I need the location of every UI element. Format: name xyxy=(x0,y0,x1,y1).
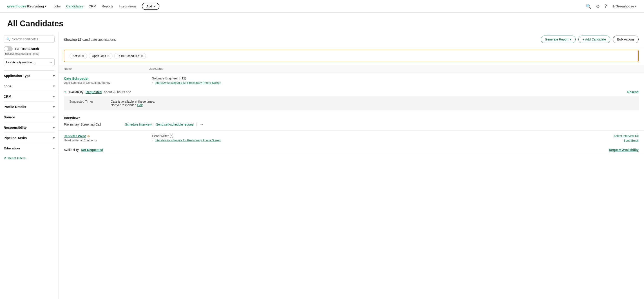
filter-label: Pipeline Tasks xyxy=(4,136,27,140)
send-self-schedule-link[interactable]: Send self-schedule request xyxy=(156,123,194,126)
chevron-down-icon: ▾ xyxy=(53,136,55,140)
filter-tag-label: Active xyxy=(73,54,80,58)
filter-profile-details: Profile Details ▾ xyxy=(4,102,55,112)
sort-select[interactable]: Last Activity (new to ... xyxy=(4,59,55,66)
candidate-name-col: Jennifer West ⊙ Head Writer at Contracto… xyxy=(64,134,149,142)
filter-tag-to-be-scheduled[interactable]: To Be Scheduled ✕ xyxy=(114,53,146,59)
search-button[interactable]: 🔍 xyxy=(586,4,592,9)
nav-integrations[interactable]: Integrations xyxy=(119,4,136,8)
content-area: Showing 17 candidate applications Genera… xyxy=(58,32,644,299)
nav-right: 🔍 ⚙ ? Hi Greenhouse ▾ xyxy=(586,4,637,9)
search-input[interactable] xyxy=(12,37,52,41)
top-nav: greenhouse Recruiting ▾ Jobs Candidates … xyxy=(0,0,644,13)
filter-application-type-header[interactable]: Application Type ▾ xyxy=(4,74,55,78)
filter-tags-row: Active ✕ Open Jobs ✕ To Be Scheduled ✕ xyxy=(64,50,638,62)
filter-profile-details-header[interactable]: Profile Details ▾ xyxy=(4,105,55,109)
job-status-text[interactable]: Interview to schedule for Preliminary Ph… xyxy=(155,81,221,84)
reset-icon: ↺ xyxy=(4,156,6,160)
generate-report-button[interactable]: Generate Report ▾ xyxy=(541,36,576,43)
expand-icon[interactable]: ▼ xyxy=(64,91,66,93)
remove-filter-open-jobs[interactable]: ✕ xyxy=(107,55,110,58)
edit-link[interactable]: Edit xyxy=(137,103,142,107)
arrow-up-icon: ↑ xyxy=(152,139,153,142)
chevron-down-icon: ▾ xyxy=(53,84,55,88)
availability-row-2: Availability Not Requested Request Avail… xyxy=(58,146,644,154)
filter-tag-label: Open Jobs xyxy=(92,54,106,58)
reset-filters-label: Reset Filters xyxy=(8,156,26,160)
add-candidate-label: + Add Candidate xyxy=(582,38,606,41)
resend-button[interactable]: Resend xyxy=(627,90,638,94)
separator2: | xyxy=(196,123,197,126)
candidate-name-link[interactable]: Jennifer West xyxy=(64,134,86,138)
filter-crm-header[interactable]: CRM ▾ xyxy=(4,95,55,98)
filter-tag-active[interactable]: Active ✕ xyxy=(70,53,87,59)
job-title: Software Engineer I (12) xyxy=(152,77,638,80)
availability-status-link[interactable]: Requested xyxy=(86,90,102,94)
request-availability-link[interactable]: Request Availability xyxy=(609,148,638,152)
schedule-interview-link[interactable]: Schedule Interview xyxy=(125,123,152,126)
interviews-title: Interviews xyxy=(64,116,638,120)
candidate-name-link[interactable]: Cate Schroeder xyxy=(64,77,149,80)
filter-responsibility: Responsibility ▾ xyxy=(4,122,55,133)
chevron-down-icon: ▾ xyxy=(53,147,55,150)
table-header: Name Job/Status xyxy=(58,65,644,73)
more-options-button[interactable]: ··· xyxy=(198,122,204,127)
user-chevron-icon: ▾ xyxy=(635,4,637,8)
availability-not-requested-link[interactable]: Not Requested xyxy=(81,148,103,152)
availability-time: about 20 hours ago xyxy=(104,90,131,94)
nav-candidates[interactable]: Candidates xyxy=(66,4,83,8)
filter-tag-label: To Be Scheduled xyxy=(117,54,139,58)
column-name-header: Name xyxy=(64,67,149,71)
add-chevron-icon: ▾ xyxy=(153,5,155,8)
bulk-actions-button[interactable]: Bulk Actions xyxy=(613,36,638,43)
nav-reports[interactable]: Reports xyxy=(102,4,114,8)
remove-filter-active[interactable]: ✕ xyxy=(82,55,84,58)
sidebar: 🔍 Full Text Search (Includes resumes and… xyxy=(0,32,58,299)
remove-filter-to-be-scheduled[interactable]: ✕ xyxy=(141,55,143,58)
filter-education: Education ▾ xyxy=(4,143,55,153)
main-layout: 🔍 Full Text Search (Includes resumes and… xyxy=(0,32,644,299)
bulk-actions-label: Bulk Actions xyxy=(617,38,634,41)
not-responded: Not yet responded Edit xyxy=(111,103,155,107)
chevron-down-icon: ▾ xyxy=(53,115,55,119)
send-email-link[interactable]: Send Email xyxy=(624,139,638,142)
full-text-label: Full Text Search xyxy=(15,47,39,51)
nav-add-button[interactable]: Add ▾ xyxy=(142,3,160,10)
select-interview-kit-link[interactable]: Select Interview Kit xyxy=(614,134,638,138)
filter-education-header[interactable]: Education ▾ xyxy=(4,146,55,150)
suggested-label: Suggested Times: xyxy=(69,100,105,103)
user-menu[interactable]: Hi Greenhouse ▾ xyxy=(612,4,637,8)
logo-chevron[interactable]: ▾ xyxy=(45,5,46,8)
arrow-up-icon: ↑ xyxy=(152,81,153,84)
job-status: ↑ Interview to schedule for Preliminary … xyxy=(152,139,611,142)
help-button[interactable]: ? xyxy=(604,4,607,9)
chevron-down-icon: ▾ xyxy=(570,38,571,41)
candidate-job-col: Head Writer (6) ↑ Interview to schedule … xyxy=(152,134,611,142)
column-job-header: Job/Status xyxy=(149,67,638,71)
settings-button[interactable]: ⚙ xyxy=(596,4,600,9)
filter-pipeline-tasks-header[interactable]: Pipeline Tasks ▾ xyxy=(4,136,55,140)
filter-label: Application Type xyxy=(4,74,30,78)
filter-tag-open-jobs[interactable]: Open Jobs ✕ xyxy=(89,53,112,59)
filter-label: Responsibility xyxy=(4,126,27,129)
filter-label: Profile Details xyxy=(4,105,26,109)
showing-suffix: candidate applications xyxy=(82,38,116,41)
filter-label: CRM xyxy=(4,95,11,98)
candidate-name-col: Cate Schroeder Data Scientist at Consult… xyxy=(64,77,149,84)
full-text-row: Full Text Search xyxy=(4,46,55,51)
filter-source-header[interactable]: Source ▾ xyxy=(4,115,55,119)
filter-jobs-header[interactable]: Jobs ▾ xyxy=(4,84,55,88)
filter-responsibility-header[interactable]: Responsibility ▾ xyxy=(4,126,55,129)
page-header: All Candidates xyxy=(0,13,644,32)
job-status-text[interactable]: Interview to schedule for Preliminary Ph… xyxy=(155,139,221,142)
add-candidate-button[interactable]: + Add Candidate xyxy=(578,36,610,43)
search-box[interactable]: 🔍 xyxy=(4,36,55,43)
candidate-row: Cate Schroeder Data Scientist at Consult… xyxy=(58,73,644,131)
nav-crm[interactable]: CRM xyxy=(88,4,96,8)
full-text-toggle[interactable] xyxy=(4,46,12,51)
reset-filters-button[interactable]: ↺ Reset Filters xyxy=(4,154,26,162)
chevron-down-icon: ▾ xyxy=(53,74,55,78)
nav-jobs[interactable]: Jobs xyxy=(54,4,61,8)
filter-jobs: Jobs ▾ xyxy=(4,81,55,91)
candidate-subtitle: Head Writer at Contractor xyxy=(64,139,149,142)
